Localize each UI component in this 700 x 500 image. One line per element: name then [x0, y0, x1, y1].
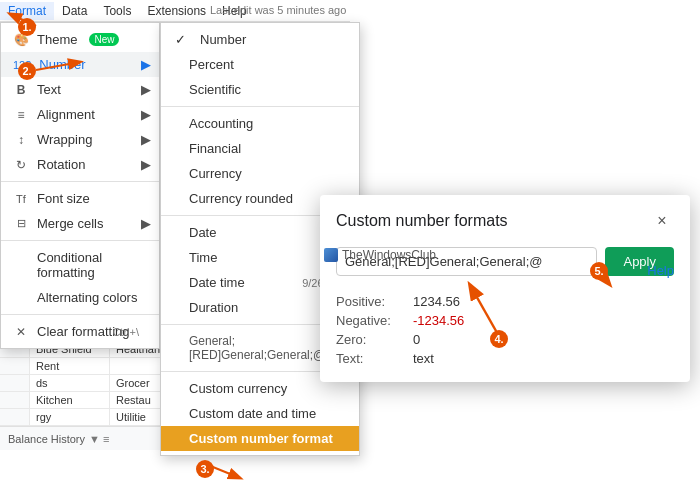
cell-a2[interactable]: Rent	[30, 358, 110, 374]
submenu-scientific-label: Scientific	[189, 82, 241, 97]
submenu-custom-date-label: Custom date and time	[189, 406, 316, 421]
submenu-accounting-label: Accounting	[189, 116, 253, 131]
mergecells-label: Merge cells	[37, 216, 103, 231]
annotation-5: 5.	[590, 262, 608, 280]
text-value: text	[413, 351, 434, 366]
annotation-3: 3.	[196, 460, 214, 478]
menu-extensions[interactable]: Extensions	[139, 2, 214, 20]
sheet-tab[interactable]: Balance History	[8, 433, 85, 445]
sheet-tab-indicator: ▼ ≡	[89, 433, 109, 445]
negative-value: -1234.56	[413, 313, 464, 328]
alternating-label: Alternating colors	[37, 290, 137, 305]
menu-data[interactable]: Data	[54, 2, 95, 20]
submenu-item-custom-number[interactable]: Custom number format	[161, 426, 359, 451]
mergecells-icon: ⊟	[13, 217, 29, 230]
cell-a3[interactable]: ds	[30, 375, 110, 391]
preview-text: Text: text	[336, 349, 674, 368]
dialog-title: Custom number formats	[336, 212, 508, 230]
submenu-item-custom-date[interactable]: Custom date and time	[161, 401, 359, 426]
submenu-financial-label: Financial	[189, 141, 241, 156]
zero-value: 0	[413, 332, 420, 347]
wrapping-icon: ↕	[13, 133, 29, 147]
format-menu-item-mergecells[interactable]: ⊟ Merge cells ▶	[1, 211, 159, 236]
format-menu-item-alignment[interactable]: ≡ Alignment ▶	[1, 102, 159, 127]
wrapping-arrow: ▶	[141, 132, 151, 147]
submenu-item-currency[interactable]: Currency	[161, 161, 359, 186]
conditional-label: Conditional formatting	[37, 250, 147, 280]
custom-formats-dialog: Custom number formats × Apply Help Posit…	[320, 195, 690, 382]
submenu-item-financial[interactable]: Financial	[161, 136, 359, 161]
submenu-datetime-label: Date time	[189, 275, 245, 290]
row-num-3	[0, 375, 30, 391]
thewc-icon	[324, 248, 338, 262]
row-num-2	[0, 358, 30, 374]
annotation-4: 4.	[490, 330, 508, 348]
alignment-icon: ≡	[13, 108, 29, 122]
format-menu-item-wrapping[interactable]: ↕ Wrapping ▶	[1, 127, 159, 152]
menu-tools[interactable]: Tools	[95, 2, 139, 20]
format-menu-item-text[interactable]: B Text ▶	[1, 77, 159, 102]
watermark-label: TheWindowsClub	[324, 248, 436, 262]
alignment-label: Alignment	[37, 107, 95, 122]
submenu-duration-label: Duration	[189, 300, 238, 315]
cell-a5[interactable]: rgy	[30, 409, 110, 425]
cell-a4[interactable]: Kitchen	[30, 392, 110, 408]
submenu-item-scientific[interactable]: Scientific	[161, 77, 359, 102]
submenu-number-label: Number	[200, 32, 246, 47]
rotation-icon: ↻	[13, 158, 29, 172]
dialog-header: Custom number formats ×	[320, 195, 690, 243]
submenu-percent-label: Percent	[189, 57, 234, 72]
submenu-date-label: Date	[189, 225, 216, 240]
help-link[interactable]: Help	[647, 263, 674, 278]
annotation-1: 1.	[18, 18, 36, 36]
mergecells-arrow: ▶	[141, 216, 151, 231]
dialog-close-button[interactable]: ×	[650, 209, 674, 233]
submenu-custom-currency-label: Custom currency	[189, 381, 287, 396]
new-badge: New	[89, 33, 119, 46]
row-num-4	[0, 392, 30, 408]
divider-3	[1, 314, 159, 315]
text-label: Text:	[336, 351, 401, 366]
zero-label: Zero:	[336, 332, 401, 347]
submenu-currency-label: Currency	[189, 166, 242, 181]
submenu-item-number[interactable]: Number	[161, 27, 359, 52]
fontsize-icon: Tf	[13, 193, 29, 205]
wrapping-label: Wrapping	[37, 132, 92, 147]
clear-shortcut: Ctrl+\	[112, 326, 139, 338]
submenu-item-accounting[interactable]: Accounting	[161, 111, 359, 136]
row-num-5	[0, 409, 30, 425]
rotation-label: Rotation	[37, 157, 85, 172]
theme-label: Theme	[37, 32, 77, 47]
rotation-arrow: ▶	[141, 157, 151, 172]
text-label: Text	[37, 82, 61, 97]
submenu-divider-1	[161, 106, 359, 107]
fontsize-label: Font size	[37, 191, 90, 206]
thewc-text: TheWindowsClub	[342, 248, 436, 262]
positive-label: Positive:	[336, 294, 401, 309]
format-menu-item-fontsize[interactable]: Tf Font size	[1, 186, 159, 211]
clear-icon: ✕	[13, 325, 29, 339]
submenu-custom-number-label: Custom number format	[189, 431, 333, 446]
alignment-arrow: ▶	[141, 107, 151, 122]
negative-label: Negative:	[336, 313, 401, 328]
positive-value: 1234.56	[413, 294, 460, 309]
submenu-time-label: Time	[189, 250, 217, 265]
number-label: Number	[39, 57, 85, 72]
last-edit-text: Last edit was 5 minutes ago	[210, 4, 346, 16]
text-arrow: ▶	[141, 82, 151, 97]
menu-format[interactable]: Format	[0, 2, 54, 20]
submenu-currency-rounded-label: Currency rounded	[189, 191, 293, 206]
annotation-2: 2.	[18, 62, 36, 80]
preview-negative: Negative: -1234.56	[336, 311, 674, 330]
menu-bar: Format Data Tools Extensions Help Last e…	[0, 0, 350, 22]
number-arrow: ▶	[141, 57, 151, 72]
submenu-item-percent[interactable]: Percent	[161, 52, 359, 77]
format-menu-item-rotation[interactable]: ↻ Rotation ▶	[1, 152, 159, 177]
site-watermark: wxdn.com	[647, 481, 692, 492]
format-menu-item-clear[interactable]: ✕ Clear formatting Ctrl+\	[1, 319, 159, 344]
format-menu-item-alternating[interactable]: Alternating colors	[1, 285, 159, 310]
text-bold-icon: B	[13, 83, 29, 97]
preview-positive: Positive: 1234.56	[336, 292, 674, 311]
format-menu-item-conditional[interactable]: Conditional formatting	[1, 245, 159, 285]
divider-1	[1, 181, 159, 182]
